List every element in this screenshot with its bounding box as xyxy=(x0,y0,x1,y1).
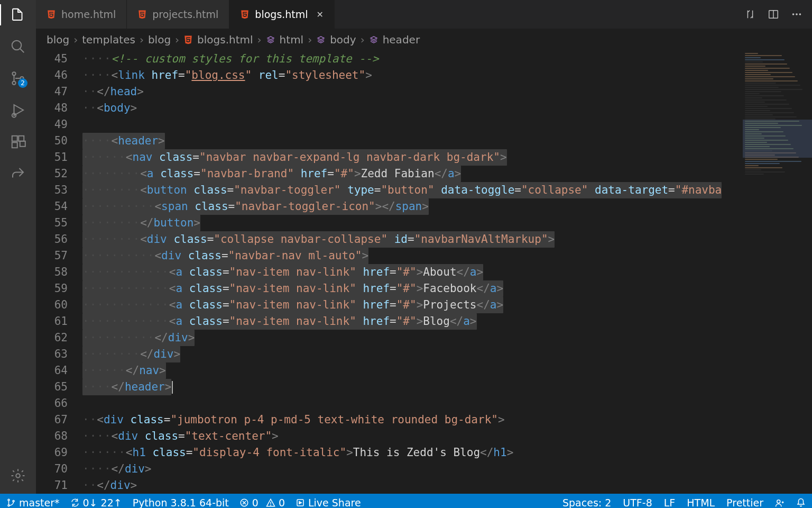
status-interpreter[interactable]: Python 3.8.1 64-bit xyxy=(133,497,229,509)
svg-point-18 xyxy=(8,504,10,506)
svg-point-15 xyxy=(796,13,798,15)
svg-point-0 xyxy=(12,41,22,50)
tab-home[interactable]: home.html xyxy=(36,0,127,29)
svg-point-26 xyxy=(777,500,780,503)
code-editor[interactable]: 4546474849505152535455565758596061626364… xyxy=(36,51,742,494)
svg-point-24 xyxy=(271,505,271,505)
activity-bar: 2 xyxy=(0,0,36,494)
tab-label: home.html xyxy=(61,8,116,20)
html-file-icon xyxy=(183,35,193,44)
breadcrumb-folder[interactable]: templates xyxy=(82,33,135,46)
status-eol[interactable]: LF xyxy=(664,497,676,509)
tab-projects[interactable]: projects.html xyxy=(127,0,229,29)
close-tab-icon[interactable]: ✕ xyxy=(317,10,324,20)
svg-point-11 xyxy=(16,474,20,478)
run-debug-icon[interactable] xyxy=(10,102,26,119)
status-branch[interactable]: master* xyxy=(6,497,60,509)
tab-label: projects.html xyxy=(152,8,218,20)
tab-label: blogs.html xyxy=(255,8,308,20)
svg-rect-8 xyxy=(19,136,24,141)
status-live-share[interactable]: Live Share xyxy=(296,497,361,509)
breadcrumb-symbol[interactable]: header xyxy=(369,33,420,46)
status-bar: master* 0↓ 22↑ Python 3.8.1 64-bit 0 0 L… xyxy=(0,494,812,508)
editor-group: home.html projects.html blogs.html ✕ blo… xyxy=(36,0,812,494)
html-file-icon xyxy=(240,10,250,19)
svg-point-19 xyxy=(13,500,14,502)
extensions-icon[interactable] xyxy=(10,133,26,150)
source-control-icon[interactable]: 2 xyxy=(10,70,26,87)
more-icon[interactable] xyxy=(791,8,802,20)
breadcrumb-symbol[interactable]: html xyxy=(266,33,304,46)
bell-icon[interactable] xyxy=(796,498,806,507)
explorer-icon[interactable] xyxy=(10,6,26,23)
status-encoding[interactable]: UTF-8 xyxy=(623,497,652,509)
html-file-icon xyxy=(47,10,56,19)
svg-rect-10 xyxy=(20,141,25,147)
tab-blogs[interactable]: blogs.html ✕ xyxy=(229,0,335,29)
tab-bar: home.html projects.html blogs.html ✕ xyxy=(36,0,812,29)
line-number-gutter: 4546474849505152535455565758596061626364… xyxy=(36,51,82,494)
settings-gear-icon[interactable] xyxy=(10,467,26,484)
status-formatter[interactable]: Prettier xyxy=(726,497,763,509)
svg-line-1 xyxy=(20,49,24,53)
live-share-icon[interactable] xyxy=(10,165,26,182)
minimap-viewport[interactable] xyxy=(743,120,812,158)
symbol-icon xyxy=(266,35,275,44)
minimap[interactable] xyxy=(742,51,812,494)
html-file-icon xyxy=(137,10,147,19)
breadcrumb-file[interactable]: blogs.html xyxy=(183,33,253,46)
svg-rect-7 xyxy=(12,136,17,141)
scm-badge: 2 xyxy=(18,78,27,88)
feedback-icon[interactable] xyxy=(775,498,785,507)
split-editor-icon[interactable] xyxy=(768,8,779,20)
status-problems[interactable]: 0 0 xyxy=(239,497,285,509)
svg-point-3 xyxy=(12,81,15,85)
svg-point-14 xyxy=(792,13,795,15)
symbol-icon xyxy=(316,35,326,44)
code-content[interactable]: ····<!-- custom styles for this template… xyxy=(82,51,722,494)
search-icon[interactable] xyxy=(10,38,26,55)
breadcrumb-folder[interactable]: blog xyxy=(47,33,69,46)
svg-point-16 xyxy=(799,13,801,15)
breadcrumb-symbol[interactable]: body xyxy=(316,33,356,46)
status-spaces[interactable]: Spaces: 2 xyxy=(562,497,611,509)
svg-point-2 xyxy=(12,72,15,75)
status-sync[interactable]: 0↓ 22↑ xyxy=(70,497,122,509)
svg-rect-9 xyxy=(12,142,17,148)
symbol-icon xyxy=(369,35,379,44)
breadcrumb[interactable]: blog› templates› blog› blogs.html › html… xyxy=(36,29,812,51)
breadcrumb-folder[interactable]: blog xyxy=(148,33,171,46)
svg-point-17 xyxy=(8,499,10,501)
status-language[interactable]: HTML xyxy=(687,497,715,509)
compare-changes-icon[interactable] xyxy=(744,8,756,20)
